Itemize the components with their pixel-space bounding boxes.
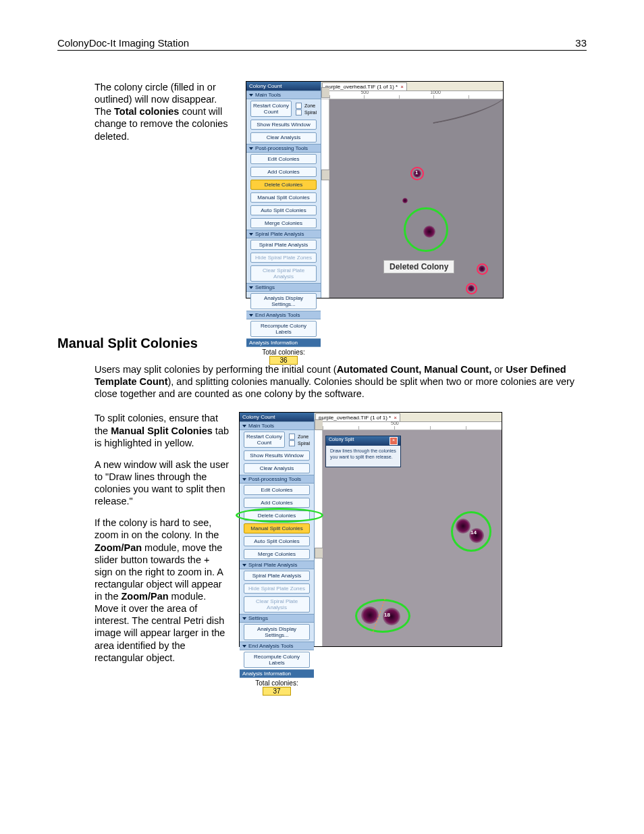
sh-settings[interactable]: Settings	[240, 614, 314, 623]
sidebar-title: Colony Count	[246, 82, 321, 90]
sidebar-title: Colony Count	[240, 413, 314, 421]
spa-button[interactable]: Spiral Plate Analysis	[250, 240, 317, 250]
spiral-checkbox[interactable]	[296, 109, 302, 115]
sidebar: Colony Count Main Tools Restart Colony C…	[240, 413, 315, 646]
sh-main[interactable]: Main Tools	[240, 421, 314, 430]
colony-marker[interactable]: 1	[410, 167, 424, 180]
colony-marker[interactable]	[466, 283, 477, 294]
totals-value: 37	[263, 687, 291, 696]
asplit-button[interactable]: Auto Split Colonies	[250, 205, 317, 215]
ads-button[interactable]: Analysis Display Settings...	[244, 624, 310, 640]
ruler-h: 5001000	[321, 91, 503, 99]
scroll-handle[interactable]	[321, 87, 329, 98]
edit-button[interactable]: Edit Colonies	[250, 154, 317, 164]
page-number: 33	[575, 37, 587, 49]
zone-checkbox[interactable]	[296, 103, 302, 109]
totals: Total colonies: 36	[246, 347, 321, 367]
show-results-button[interactable]: Show Results Window	[250, 120, 317, 130]
sidebar: Colony Count Main Tools Restart Colony C…	[246, 82, 321, 298]
zone-checkbox[interactable]	[289, 434, 295, 440]
totals: Total colonies: 37	[240, 678, 314, 698]
scroll-handle[interactable]	[315, 548, 323, 558]
delete-button[interactable]: Delete Colonies	[250, 180, 317, 190]
asplit-button[interactable]: Auto Split Colonies	[244, 536, 310, 546]
sh-spa[interactable]: Spiral Plate Analysis	[240, 561, 314, 569]
restart-button[interactable]: Restart Colony Count	[244, 432, 285, 448]
delete-colony-text: The colony circle (filled in or outlined…	[57, 81, 236, 298]
recompute-button[interactable]: Recompute Colony Labels	[250, 321, 317, 337]
hsp-button: Hide Spiral Plate Zones	[250, 253, 317, 263]
ads-button[interactable]: Analysis Display Settings...	[250, 293, 317, 309]
dialog-title: Colony Split	[329, 437, 354, 445]
close-icon[interactable]: ×	[390, 437, 398, 445]
merge-button[interactable]: Merge Colonies	[250, 218, 317, 228]
sh-post[interactable]: Post-processing Tools	[246, 144, 321, 153]
intro-paragraph: Users may split colonies by performing t…	[57, 363, 587, 400]
tabbar: purple_overhead.TIF (1 of 1) *×	[315, 413, 502, 422]
ruler-v	[315, 430, 323, 646]
sh-info: Analysis Information	[246, 338, 321, 347]
sh-spa[interactable]: Spiral Plate Analysis	[246, 230, 321, 238]
clear-button[interactable]: Clear Analysis	[250, 132, 317, 142]
dialog-body: Draw lines through the colonies you want…	[326, 446, 400, 467]
tabbar: purple_overhead.TIF (1 of 1) *×	[321, 82, 503, 91]
clear-button[interactable]: Clear Analysis	[244, 463, 310, 473]
spiral-checkbox[interactable]	[289, 440, 295, 446]
add-button[interactable]: Add Colonies	[244, 498, 310, 508]
deleted-colony-label: Deleted Colony	[383, 260, 454, 273]
petri-dish-view[interactable]: Colony Split× Draw lines through the col…	[323, 430, 502, 646]
sh-main[interactable]: Main Tools	[246, 90, 321, 99]
recompute-button[interactable]: Recompute Colony Labels	[244, 652, 310, 668]
show-results-button[interactable]: Show Results Window	[244, 450, 310, 461]
sh-settings[interactable]: Settings	[246, 283, 321, 292]
msplit-button[interactable]: Manual Split Colonies	[244, 523, 310, 533]
edit-button[interactable]: Edit Colonies	[244, 485, 310, 495]
file-tab[interactable]: purple_overhead.TIF (1 of 1) *×	[315, 413, 400, 421]
header-title: ColonyDoc-It Imaging Station	[57, 37, 189, 49]
colony-marker[interactable]	[477, 263, 488, 275]
close-icon[interactable]: ×	[400, 84, 404, 90]
deleted-colony-ring	[404, 207, 448, 252]
sh-info: Analysis Information	[240, 669, 314, 678]
figure-split-colony: Colony Count Main Tools Restart Colony C…	[239, 412, 502, 647]
msplit-button[interactable]: Manual Split Colonies	[250, 192, 317, 203]
csp-button: Clear Spiral Plate Analysis	[244, 596, 310, 613]
scroll-handle[interactable]	[321, 170, 329, 180]
colony-ring[interactable]: 18	[355, 599, 410, 633]
scroll-handle[interactable]	[315, 419, 323, 430]
sh-eat[interactable]: End Analysis Tools	[240, 642, 314, 650]
section-heading: Manual Split Colonies	[57, 336, 587, 351]
sh-eat[interactable]: End Analysis Tools	[246, 311, 321, 319]
split-text-column: To split colonies, ensure that the Manua…	[57, 412, 230, 663]
ruler-h: 500	[315, 422, 502, 430]
ruler-v	[321, 99, 329, 298]
spa-button[interactable]: Spiral Plate Analysis	[244, 571, 310, 581]
add-button[interactable]: Add Colonies	[250, 167, 317, 177]
colony-ring[interactable]: 14	[451, 511, 491, 552]
totals-value: 36	[269, 356, 298, 365]
csp-button: Clear Spiral Plate Analysis	[250, 265, 317, 282]
sh-post[interactable]: Post-processing Tools	[240, 475, 314, 484]
close-icon[interactable]: ×	[394, 415, 397, 421]
petri-dish-view[interactable]: 1 Deleted Colony	[329, 99, 503, 298]
streak	[429, 99, 503, 124]
hsp-button: Hide Spiral Plate Zones	[244, 583, 310, 594]
colony-split-dialog: Colony Split× Draw lines through the col…	[325, 436, 401, 467]
merge-button[interactable]: Merge Colonies	[244, 549, 310, 559]
restart-button[interactable]: Restart Colony Count	[250, 101, 292, 117]
page-header: ColonyDoc-It Imaging Station 33	[57, 37, 587, 51]
colony-spot	[402, 198, 408, 203]
figure-deleted-colony: Colony Count Main Tools Restart Colony C…	[246, 81, 504, 298]
